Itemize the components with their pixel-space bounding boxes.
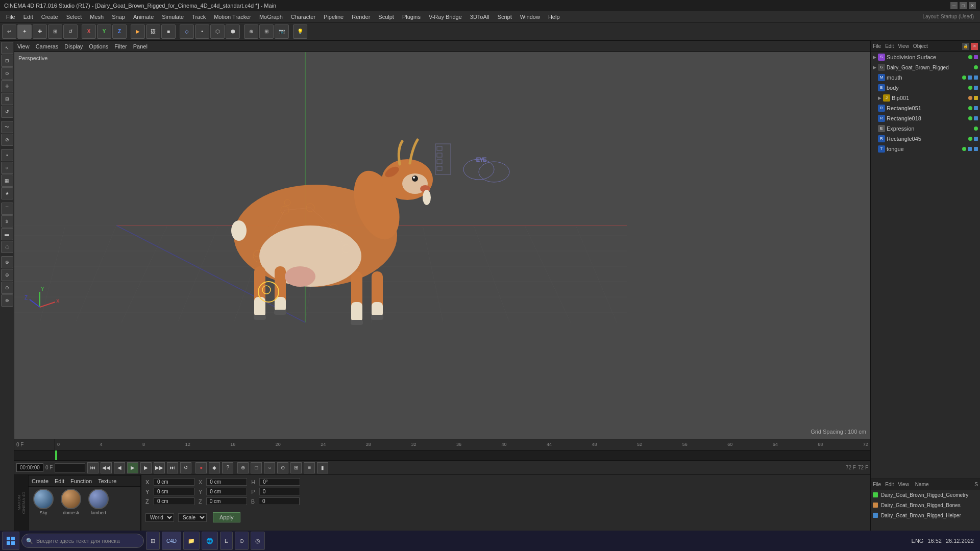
axis-z[interactable]: Z (112, 24, 127, 39)
tool-rotate[interactable]: ↺ (63, 24, 78, 39)
snap-btn[interactable]: ⊕ (244, 24, 258, 39)
tool-sky2[interactable]: ◌ (1, 241, 13, 253)
coord-z-input[interactable] (154, 497, 194, 505)
tree-item-rect018[interactable]: R Rectangle018 (876, 113, 980, 123)
help-button[interactable]: ? (222, 462, 233, 473)
viewport-menu-view[interactable]: View (17, 43, 30, 49)
step-back-button[interactable]: ◀◀ (101, 462, 112, 473)
viewport-menu-display[interactable]: Display (64, 43, 83, 49)
coord-y-input[interactable] (154, 488, 194, 495)
light-btn[interactable]: 💡 (293, 24, 307, 39)
material-lambert[interactable]: lambert (86, 489, 111, 515)
tool-boole[interactable]: ⊖ (1, 269, 13, 281)
tree-item-subdivision[interactable]: ▶ S Subdivision Surface (871, 52, 980, 62)
menu-edit[interactable]: Edit (19, 13, 37, 21)
tool-spline[interactable]: 〜 (1, 121, 13, 133)
playhead[interactable] (55, 450, 57, 460)
vis-dot-body[interactable] (968, 86, 972, 90)
tool-brush[interactable]: ⊘ (1, 134, 13, 146)
coord-h-input[interactable] (259, 478, 300, 486)
coord-z2-input[interactable] (206, 497, 247, 505)
viewport-menu-cameras[interactable]: Cameras (36, 43, 59, 49)
menu-file[interactable]: File (2, 13, 19, 21)
coord-x2-input[interactable] (206, 478, 247, 486)
mat-menu-edit[interactable]: Edit (55, 478, 64, 484)
start-button[interactable] (2, 532, 19, 550)
tool-live-select[interactable]: ⊙ (1, 67, 13, 80)
vis-dot-dairy-goat[interactable] (974, 65, 978, 69)
tool-scale[interactable]: ⊞ (48, 24, 62, 39)
pb-extra6[interactable]: ≡ (304, 462, 315, 473)
minimize-button[interactable]: ─ (950, 2, 958, 9)
pb-extra2[interactable]: □ (251, 462, 262, 473)
menu-mograph[interactable]: MoGraph (255, 13, 287, 21)
pb-extra7[interactable]: ▮ (317, 462, 328, 473)
obj-edit-tab[interactable]: Edit (885, 43, 894, 49)
menu-simulate[interactable]: Simulate (158, 13, 188, 21)
coord-b-input[interactable] (259, 497, 300, 505)
tree-item-tongue[interactable]: T tongue (876, 144, 980, 154)
pb-extra1[interactable]: ⊕ (237, 462, 249, 473)
taskbar-other1[interactable]: ⊙ (235, 532, 249, 550)
tree-item-rect051[interactable]: R Rectangle051 (876, 103, 980, 113)
scene-item-geometry[interactable]: Dairy_Goat_Brown_Rigged_Geometry (871, 490, 980, 500)
taskbar-epic[interactable]: E (220, 532, 233, 550)
undo-button[interactable]: ↩ (2, 24, 16, 39)
mat-menu-function[interactable]: Function (70, 478, 92, 484)
apply-button[interactable]: Apply (213, 512, 240, 522)
timeline-tracks[interactable] (14, 450, 870, 460)
menu-vray[interactable]: V-Ray Bridge (425, 13, 466, 21)
menu-3dto[interactable]: 3DToAll (466, 13, 494, 21)
coord-x-input[interactable] (154, 478, 194, 486)
menu-pipeline[interactable]: Pipeline (320, 13, 348, 21)
scene-edit-tab[interactable]: Edit (885, 482, 894, 487)
tool-pointer[interactable]: ↖ (1, 42, 13, 54)
tool-rotate2[interactable]: ↺ (1, 106, 13, 118)
tree-item-body[interactable]: B body (876, 83, 980, 93)
scene-item-bones[interactable]: Dairy_Goat_Brown_Rigged_Bones (871, 500, 980, 510)
timeline-ruler[interactable]: 0 F 04812162024283236404448525660646872 (14, 439, 870, 450)
mat-menu-texture[interactable]: Texture (98, 478, 116, 484)
key-all-button[interactable]: ◆ (209, 462, 220, 473)
obj-file-tab[interactable]: File (873, 43, 881, 49)
viewport-menu-panel[interactable]: Panel (133, 43, 148, 49)
jump-start-button[interactable]: ⏮ (87, 462, 99, 473)
loop-button[interactable]: ↺ (180, 462, 191, 473)
pb-extra4[interactable]: ⊙ (277, 462, 288, 473)
record-button[interactable]: ● (195, 462, 207, 473)
vis-dot-mouth[interactable] (962, 76, 966, 80)
tool-scale2[interactable]: ⊞ (1, 93, 13, 105)
menu-window[interactable]: Window (516, 13, 544, 21)
object-btn[interactable]: ◇ (180, 24, 194, 39)
axis-y[interactable]: Y (97, 24, 111, 39)
taskbar-other2[interactable]: ◎ (251, 532, 265, 550)
scene-item-helper[interactable]: Dairy_Goat_Brown_Rigged_Helper (871, 510, 980, 520)
render-to-picture[interactable]: 🖼 (146, 24, 160, 39)
play-back-button[interactable]: ◀ (114, 462, 125, 473)
tool-camera[interactable]: ▦ (1, 174, 13, 187)
grid-btn[interactable]: ⊞ (259, 24, 274, 39)
menu-track[interactable]: Track (188, 13, 210, 21)
tool-array[interactable]: ⊗ (1, 256, 13, 268)
scene-file-tab[interactable]: File (873, 482, 881, 487)
viewport-menu-options[interactable]: Options (89, 43, 108, 49)
pb-extra5[interactable]: ⊞ (290, 462, 302, 473)
menu-create[interactable]: Create (37, 13, 62, 21)
tool-select[interactable]: ✦ (17, 24, 32, 39)
tool-move[interactable]: ✚ (33, 24, 47, 39)
menu-help[interactable]: Help (544, 13, 564, 21)
tool-sphere[interactable]: ○ (1, 162, 13, 174)
tree-item-expression[interactable]: E Expression (876, 123, 980, 134)
tool-instance[interactable]: ⊙ (1, 282, 13, 294)
scale-dropdown[interactable]: Scale (178, 513, 207, 522)
close-button[interactable]: ✕ (969, 2, 976, 9)
menu-plugins[interactable]: Plugins (398, 13, 425, 21)
mat-menu-create[interactable]: Create (32, 478, 48, 484)
tool-obj-select[interactable]: ⊡ (1, 55, 13, 67)
tool-material2[interactable]: $ (1, 215, 13, 228)
taskbar-search[interactable]: 🔍 Введите здесь текст для поиска (21, 534, 144, 548)
tree-item-bip001[interactable]: ▶ J Bip001 (876, 93, 980, 103)
poly-mode[interactable]: ⬢ (226, 24, 240, 39)
tool-bend[interactable]: ⌒ (1, 203, 13, 215)
scene-view-tab[interactable]: View (898, 482, 909, 487)
